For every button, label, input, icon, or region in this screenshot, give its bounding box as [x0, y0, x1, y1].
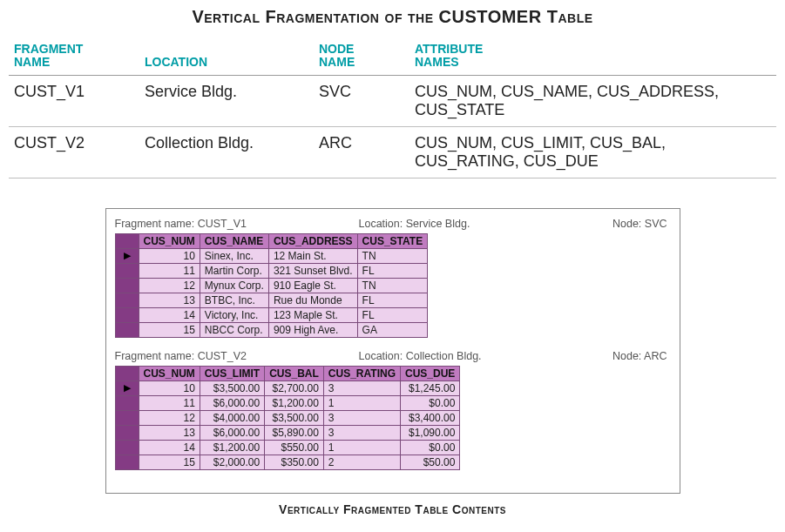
row-selector: [115, 395, 139, 410]
fragment-location-label: Location: Service Bldg.: [359, 218, 559, 230]
fragment-name-label: Fragment name: CUST_V1: [115, 218, 359, 230]
cell: 3: [323, 410, 400, 425]
meta-header-node: NODENAME: [314, 39, 409, 75]
fragment-block: Fragment name: CUST_V1Location: Service …: [115, 218, 671, 338]
cell: $2,000.00: [200, 455, 264, 469]
row-selector-header: [115, 233, 139, 248]
cell: 12: [139, 410, 200, 425]
table-row: ▶10$3,500.00$2,700.003$1,245.00: [115, 380, 460, 395]
table-row: 12$4,000.00$3,500.003$3,400.00: [115, 410, 460, 425]
col-header: CUS_RATING: [323, 366, 400, 380]
cell: FL: [357, 307, 428, 322]
cell: 3: [323, 380, 400, 395]
meta-row: CUST_V2Collection Bldg.ARCCUS_NUM, CUS_L…: [9, 126, 776, 178]
row-selector: [115, 425, 139, 440]
table-row: 15NBCC Corp.909 High Ave.GA: [115, 322, 428, 337]
row-selector: [115, 263, 139, 278]
row-selector: [115, 307, 139, 322]
cell: $50.00: [400, 455, 459, 469]
meta-cell-node: SVC: [314, 75, 409, 126]
row-selector: [115, 293, 139, 307]
cell: TN: [357, 248, 428, 263]
row-selector-header: [115, 366, 139, 380]
cell: BTBC, Inc.: [200, 293, 268, 307]
cell: $0.00: [400, 395, 459, 410]
table-row: 15$2,000.00$350.002$50.00: [115, 455, 460, 469]
meta-cell-location: Collection Bldg.: [139, 126, 314, 178]
cell: 11: [139, 263, 200, 278]
row-selector: ▶: [115, 380, 139, 395]
cell: 2: [323, 455, 400, 469]
meta-header-row: FRAGMENTNAME LOCATION NODENAME ATTRIBUTE…: [9, 39, 776, 75]
meta-cell-fragment: CUST_V2: [9, 126, 139, 178]
col-header: CUS_NUM: [139, 366, 200, 380]
table-row: 11$6,000.00$1,200.001$0.00: [115, 395, 460, 410]
fragment-node-label: Node: ARC: [559, 350, 671, 362]
cell: 910 Eagle St.: [268, 278, 357, 293]
cell: Sinex, Inc.: [200, 248, 268, 263]
row-selector: ▶: [115, 248, 139, 263]
table-row: 11Martin Corp.321 Sunset Blvd.FL: [115, 263, 428, 278]
cell: 12 Main St.: [268, 248, 357, 263]
row-selector: [115, 278, 139, 293]
cell: Mynux Corp.: [200, 278, 268, 293]
cell: TN: [357, 278, 428, 293]
fragments-panel: Fragment name: CUST_V1Location: Service …: [105, 208, 680, 494]
col-header: CUS_STATE: [357, 233, 428, 248]
cell: $1,245.00: [400, 380, 459, 395]
fragment-data-table: CUS_NUMCUS_NAMECUS_ADDRESSCUS_STATE▶10Si…: [115, 233, 429, 338]
row-selector: [115, 440, 139, 455]
cell: 14: [139, 307, 200, 322]
cell: FL: [357, 293, 428, 307]
fragment-data-table: CUS_NUMCUS_LIMITCUS_BALCUS_RATINGCUS_DUE…: [115, 366, 461, 470]
cell: $550.00: [265, 440, 324, 455]
meta-cell-location: Service Bldg.: [139, 75, 314, 126]
cell: 1: [323, 440, 400, 455]
fragment-location-label: Location: Collection Bldg.: [359, 350, 559, 362]
fragmentation-meta-table: FRAGMENTNAME LOCATION NODENAME ATTRIBUTE…: [9, 39, 776, 178]
page-title: Vertical Fragmentation of the CUSTOMER T…: [9, 7, 776, 27]
table-row: 14$1,200.00$550.001$0.00: [115, 440, 460, 455]
row-selector: [115, 322, 139, 337]
col-header: CUS_NUM: [139, 233, 200, 248]
cell: 14: [139, 440, 200, 455]
cell: 123 Maple St.: [268, 307, 357, 322]
meta-cell-attributes: CUS_NUM, CUS_LIMIT, CUS_BAL, CUS_RATING,…: [409, 126, 776, 178]
cell: $3,500.00: [200, 380, 264, 395]
cell: $3,500.00: [265, 410, 324, 425]
cell: $3,400.00: [400, 410, 459, 425]
col-header: CUS_BAL: [265, 366, 324, 380]
cell: $0.00: [400, 440, 459, 455]
cell: 10: [139, 380, 200, 395]
row-selector: [115, 455, 139, 469]
fragment-name-label: Fragment name: CUST_V2: [115, 350, 359, 362]
col-header: CUS_LIMIT: [200, 366, 264, 380]
cell: GA: [357, 322, 428, 337]
cell: 13: [139, 425, 200, 440]
meta-header-location: LOCATION: [139, 39, 314, 75]
meta-cell-attributes: CUS_NUM, CUS_NAME, CUS_ADDRESS, CUS_STAT…: [409, 75, 776, 126]
fragment-block: Fragment name: CUST_V2Location: Collecti…: [115, 350, 671, 470]
meta-cell-node: ARC: [314, 126, 409, 178]
panel-caption: Vertically Fragmented Table Contents: [105, 502, 680, 516]
table-row: ▶10Sinex, Inc.12 Main St.TN: [115, 248, 428, 263]
cell: $1,090.00: [400, 425, 459, 440]
cell: Martin Corp.: [200, 263, 268, 278]
fragment-meta: Fragment name: CUST_V2Location: Collecti…: [115, 350, 671, 362]
cell: 321 Sunset Blvd.: [268, 263, 357, 278]
cell: $2,700.00: [265, 380, 324, 395]
cell: $6,000.00: [200, 395, 264, 410]
col-header: CUS_ADDRESS: [268, 233, 357, 248]
row-selector: [115, 410, 139, 425]
cell: 909 High Ave.: [268, 322, 357, 337]
table-row: 12Mynux Corp.910 Eagle St.TN: [115, 278, 428, 293]
cell: 15: [139, 455, 200, 469]
cell: $4,000.00: [200, 410, 264, 425]
fragment-meta: Fragment name: CUST_V1Location: Service …: [115, 218, 671, 230]
cell: 10: [139, 248, 200, 263]
cell: Rue du Monde: [268, 293, 357, 307]
cell: 1: [323, 395, 400, 410]
meta-header-attributes: ATTRIBUTENAMES: [409, 39, 776, 75]
cell: 11: [139, 395, 200, 410]
cell: $6,000.00: [200, 425, 264, 440]
